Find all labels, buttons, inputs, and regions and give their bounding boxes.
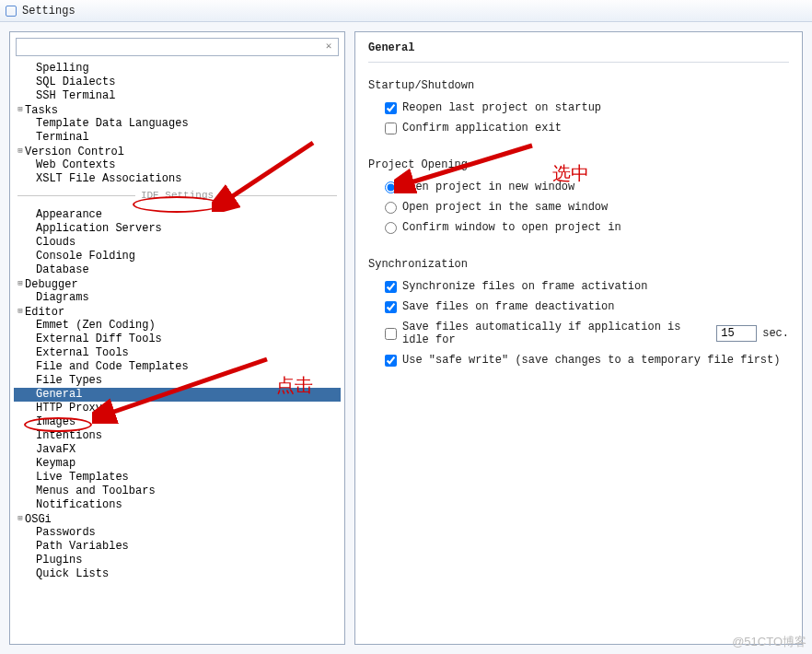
opt-label: Confirm window to open project in bbox=[402, 221, 621, 234]
opt-confirm-exit[interactable]: Confirm application exit bbox=[385, 122, 789, 134]
checkbox-safewrite[interactable] bbox=[385, 355, 397, 367]
tree-item[interactable]: File Types bbox=[14, 374, 341, 388]
tree-item[interactable]: SSH Terminal bbox=[14, 89, 341, 103]
checkbox-confirm-exit[interactable] bbox=[385, 123, 397, 134]
section-synchronization: Synchronization Synchronize files on fra… bbox=[368, 258, 789, 374]
tree-item-label: Passwords bbox=[36, 526, 96, 539]
clear-search-icon[interactable]: ✕ bbox=[322, 40, 335, 53]
opt-label: Use "safe write" (save changes to a temp… bbox=[402, 354, 780, 367]
search-input[interactable] bbox=[16, 38, 339, 56]
tree-item[interactable]: ⊞OSGi bbox=[14, 512, 341, 526]
tree-item[interactable]: Menus and Toolbars bbox=[14, 485, 341, 498]
tree-item[interactable]: Application Servers bbox=[14, 222, 341, 236]
checkbox-sync-act[interactable] bbox=[385, 281, 397, 293]
opt-label: Open project in new window bbox=[402, 181, 574, 193]
tree-item[interactable]: Database bbox=[14, 263, 341, 277]
tree-item-label: Console Folding bbox=[36, 250, 135, 263]
tree-item[interactable]: File and Code Templates bbox=[14, 360, 341, 374]
tree-item[interactable]: Appearance bbox=[14, 208, 341, 222]
section-title: Project Opening bbox=[368, 158, 789, 171]
opt-label: Open project in the same window bbox=[402, 201, 608, 214]
tree-item-label: Emmet (Zen Coding) bbox=[36, 319, 156, 332]
tree-item-label: File and Code Templates bbox=[36, 360, 189, 373]
opt-label-suffix: sec. bbox=[762, 327, 789, 340]
tree-item-label: Intentions bbox=[36, 429, 102, 442]
section-title: Synchronization bbox=[368, 258, 789, 271]
tree-item-label: HTTP Proxy bbox=[36, 402, 102, 415]
tree-item-label: XSLT File Associations bbox=[36, 172, 181, 185]
tree-item-label: Debugger bbox=[25, 278, 78, 291]
radio-new-window[interactable] bbox=[385, 181, 397, 193]
opt-reopen-last-project[interactable]: Reopen last project on startup bbox=[385, 101, 789, 114]
tree-item-label: Plugins bbox=[36, 554, 82, 566]
tree-item-label: Terminal bbox=[36, 131, 89, 144]
tree-item[interactable]: Clouds bbox=[14, 236, 341, 250]
watermark: @51CTO博客 bbox=[732, 634, 806, 650]
search-wrap: ✕ bbox=[16, 38, 339, 56]
tree-item-label: Images bbox=[36, 415, 75, 428]
tree-item[interactable]: JavaFX bbox=[14, 443, 341, 457]
opt-sync-on-activation[interactable]: Synchronize files on frame activation bbox=[385, 280, 789, 293]
expand-icon[interactable]: ⊞ bbox=[16, 512, 25, 526]
tree-item[interactable]: ⊞Debugger bbox=[14, 277, 341, 291]
tree-item[interactable]: Quick Lists bbox=[14, 567, 341, 581]
section-project-opening: Project Opening Open project in new wind… bbox=[368, 158, 789, 241]
tree-item[interactable]: Web Contexts bbox=[14, 158, 341, 172]
opt-label: Save files automatically if application … bbox=[402, 321, 711, 346]
tree-item[interactable]: Emmet (Zen Coding) bbox=[14, 319, 341, 333]
opt-autosave-idle[interactable]: Save files automatically if application … bbox=[385, 321, 789, 346]
opt-save-on-deactivation[interactable]: Save files on frame deactivation bbox=[385, 300, 789, 313]
tree-item[interactable]: ⊞Editor bbox=[14, 305, 341, 319]
tree-item[interactable]: Path Variables bbox=[14, 540, 341, 554]
radio-same-window[interactable] bbox=[385, 202, 397, 214]
expand-icon[interactable]: ⊞ bbox=[16, 305, 25, 319]
tree-item[interactable]: General bbox=[14, 388, 341, 402]
tree-item-label: Path Variables bbox=[36, 540, 129, 553]
opt-open-same-window[interactable]: Open project in the same window bbox=[385, 201, 789, 214]
tree-item[interactable]: Console Folding bbox=[14, 250, 341, 263]
tree-item[interactable]: Spelling bbox=[14, 62, 341, 76]
tree-item[interactable]: Passwords bbox=[14, 526, 341, 540]
opt-safe-write[interactable]: Use "safe write" (save changes to a temp… bbox=[385, 354, 789, 367]
tree-item[interactable]: Notifications bbox=[14, 498, 341, 512]
tree-item[interactable]: Template Data Languages bbox=[14, 117, 341, 131]
settings-content-panel: General Startup/Shutdown Reopen last pro… bbox=[354, 31, 803, 645]
tree-item[interactable]: Terminal bbox=[14, 131, 341, 145]
tree-item[interactable]: Plugins bbox=[14, 554, 341, 567]
tree-item[interactable]: ⊞Tasks bbox=[14, 103, 341, 117]
tree-item-label: Notifications bbox=[36, 498, 122, 511]
tree-item-label: Web Contexts bbox=[36, 158, 115, 171]
tree-item[interactable]: Intentions bbox=[14, 429, 341, 443]
expand-icon[interactable]: ⊞ bbox=[16, 277, 25, 291]
tree-item[interactable]: External Tools bbox=[14, 346, 341, 360]
main-area: ✕ SpellingSQL DialectsSSH Terminal⊞Tasks… bbox=[0, 22, 812, 654]
opt-open-new-window[interactable]: Open project in new window bbox=[385, 181, 789, 193]
opt-label: Confirm application exit bbox=[402, 122, 562, 134]
tree-item[interactable]: SQL Dialects bbox=[14, 76, 341, 89]
checkbox-save-deact[interactable] bbox=[385, 301, 397, 313]
tree-item-label: Live Templates bbox=[36, 471, 129, 484]
tree-item-label: JavaFX bbox=[36, 443, 75, 456]
autosave-seconds-input[interactable] bbox=[716, 325, 757, 342]
tree-item[interactable]: External Diff Tools bbox=[14, 333, 341, 346]
settings-tree-panel: ✕ SpellingSQL DialectsSSH Terminal⊞Tasks… bbox=[9, 31, 345, 645]
tree-item[interactable]: ⊞Version Control bbox=[14, 145, 341, 158]
tree-item[interactable]: XSLT File Associations bbox=[14, 172, 341, 186]
tree-item[interactable]: Diagrams bbox=[14, 291, 341, 305]
tree-item[interactable]: Keymap bbox=[14, 457, 341, 471]
radio-confirm-window[interactable] bbox=[385, 222, 397, 234]
expand-icon[interactable]: ⊞ bbox=[16, 145, 25, 158]
tree-item-label: Database bbox=[36, 263, 89, 276]
tree-item-label: File Types bbox=[36, 374, 102, 387]
tree-item[interactable]: Live Templates bbox=[14, 471, 341, 485]
checkbox-autosave[interactable] bbox=[385, 328, 397, 340]
expand-icon[interactable]: ⊞ bbox=[16, 103, 25, 117]
opt-confirm-window[interactable]: Confirm window to open project in bbox=[385, 221, 789, 234]
settings-tree[interactable]: SpellingSQL DialectsSSH Terminal⊞TasksTe… bbox=[10, 62, 344, 644]
tree-item[interactable]: HTTP Proxy bbox=[14, 402, 341, 415]
checkbox-reopen[interactable] bbox=[385, 102, 397, 114]
tree-separator: IDE Settings bbox=[14, 190, 341, 201]
tree-item[interactable]: Images bbox=[14, 415, 341, 429]
titlebar: Settings bbox=[0, 0, 812, 22]
tree-item-label: Spelling bbox=[36, 62, 89, 75]
